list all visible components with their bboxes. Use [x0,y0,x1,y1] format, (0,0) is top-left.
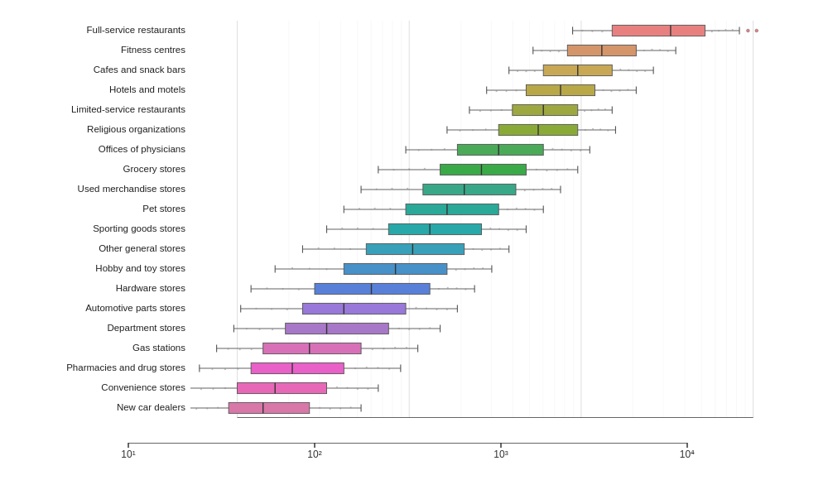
svg-rect-31 [612,25,705,36]
svg-point-172 [490,248,492,250]
svg-point-147 [516,207,518,209]
svg-point-168 [334,247,335,249]
svg-point-111 [561,148,563,150]
svg-point-221 [429,327,431,329]
svg-point-263 [195,407,197,409]
svg-point-268 [339,407,341,409]
svg-point-157 [373,228,374,229]
svg-point-135 [532,189,534,190]
svg-rect-201 [302,303,406,314]
svg-point-33 [747,29,750,32]
svg-point-113 [580,149,581,151]
svg-point-87 [590,109,592,111]
y-label: Hotels and motels [17,84,190,96]
svg-point-59 [517,70,518,71]
svg-point-144 [374,207,376,209]
svg-point-35 [581,29,583,31]
y-label: Full-service restaurants [17,25,190,36]
svg-point-149 [533,209,535,210]
svg-point-230 [372,348,373,350]
svg-point-191 [266,287,267,289]
svg-point-72 [505,89,507,91]
svg-point-195 [447,286,449,288]
svg-point-265 [217,406,219,408]
svg-rect-165 [366,243,464,254]
svg-point-85 [501,108,503,110]
svg-point-215 [246,328,248,329]
svg-point-253 [224,387,226,389]
svg-point-131 [376,188,378,190]
svg-point-84 [490,109,492,111]
svg-point-60 [525,70,527,72]
svg-point-119 [392,169,394,170]
svg-point-218 [398,327,400,329]
svg-point-75 [610,90,612,92]
svg-rect-129 [423,184,516,194]
svg-point-112 [570,149,572,151]
svg-point-62 [619,68,621,70]
svg-point-231 [383,348,384,349]
svg-point-167 [318,247,320,248]
svg-point-171 [481,249,483,251]
svg-point-161 [517,228,518,230]
svg-point-173 [499,247,501,249]
svg-point-89 [604,108,606,109]
svg-point-207 [426,307,427,309]
svg-point-227 [228,348,229,349]
svg-point-48 [549,50,551,51]
svg-point-244 [377,367,378,368]
y-label: Hardware stores [17,283,190,295]
svg-point-34 [755,29,758,32]
svg-point-181 [325,268,327,270]
svg-point-255 [346,386,348,388]
svg-point-266 [319,406,320,408]
svg-point-65 [644,70,646,71]
svg-rect-153 [388,223,481,234]
svg-point-228 [239,348,241,350]
svg-point-101 [607,129,609,131]
svg-point-39 [718,30,720,31]
svg-point-269 [350,406,352,408]
svg-point-192 [282,287,283,289]
svg-point-158 [489,227,491,228]
svg-point-36 [591,30,593,31]
svg-point-217 [272,329,273,330]
svg-point-143 [359,208,360,209]
svg-text:10⁴: 10⁴ [680,449,695,460]
svg-point-95 [459,129,460,131]
svg-point-243 [366,366,368,367]
svg-rect-81 [513,104,578,115]
svg-point-267 [330,407,331,409]
svg-rect-261 [229,402,310,413]
svg-point-99 [592,127,594,129]
svg-point-240 [224,368,226,370]
svg-rect-105 [457,144,543,155]
svg-point-98 [585,128,586,130]
svg-point-146 [507,208,508,209]
svg-point-52 [659,49,661,50]
y-label: Sporting goods stores [17,223,190,235]
svg-point-194 [438,287,440,289]
y-label: Hobby and toy stores [17,263,190,275]
svg-text:10²: 10² [307,449,321,460]
svg-point-245 [388,367,390,369]
svg-point-257 [367,387,368,389]
svg-point-148 [525,208,527,209]
svg-point-203 [255,307,257,309]
svg-point-193 [298,288,300,290]
svg-point-232 [394,346,396,348]
svg-point-76 [619,89,620,91]
y-label: Fitness centres [17,45,190,56]
svg-point-209 [446,308,448,310]
svg-point-100 [599,128,601,130]
svg-rect-237 [251,362,344,373]
y-label: Other general stores [17,243,190,255]
y-label: Pet stores [17,204,190,215]
svg-point-156 [357,227,359,228]
y-labels: Full-service restaurantsFitness centresC… [17,12,190,443]
svg-point-242 [354,367,356,368]
main-chart-svg [190,21,811,418]
y-label: Religious organizations [17,124,190,136]
svg-point-123 [546,170,547,171]
svg-point-185 [482,266,484,268]
